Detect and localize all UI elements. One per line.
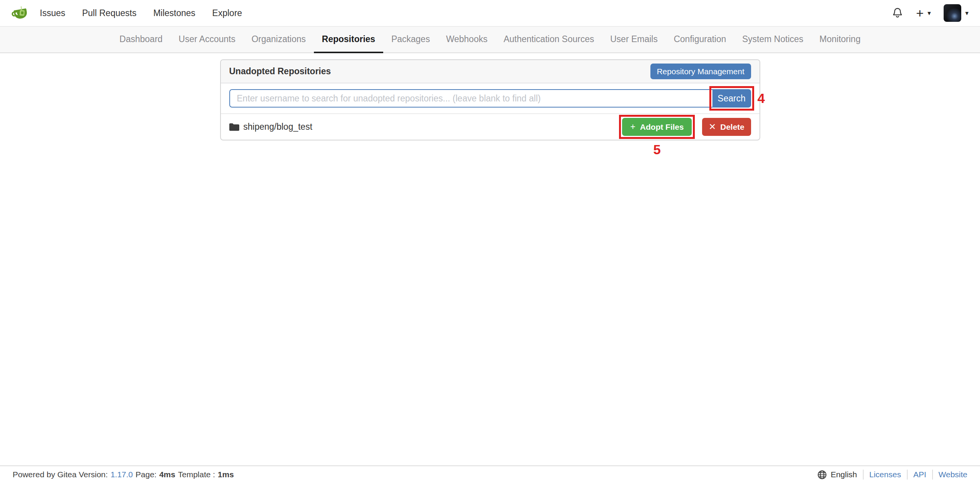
unadopted-repositories-panel: Unadopted Repositories Repository Manage… xyxy=(220,59,760,140)
version-link[interactable]: 1.17.0 xyxy=(111,470,133,479)
main-content: Unadopted Repositories Repository Manage… xyxy=(0,59,980,140)
adopt-files-label: Adopt Files xyxy=(640,122,684,132)
tab-organizations[interactable]: Organizations xyxy=(243,27,314,53)
nav-pull-requests[interactable]: Pull Requests xyxy=(74,0,145,26)
delete-button[interactable]: ✕ Delete xyxy=(702,118,751,136)
page-time-value: 4ms xyxy=(159,470,175,479)
adopt-files-button[interactable]: + Adopt Files xyxy=(622,118,692,136)
panel-header: Unadopted Repositories Repository Manage… xyxy=(221,60,760,83)
main-nav: Issues Pull Requests Milestones Explore xyxy=(31,0,250,26)
repo-info: shipeng/blog_test xyxy=(229,122,312,132)
language-label: English xyxy=(831,470,857,479)
nav-issues[interactable]: Issues xyxy=(31,0,74,26)
tab-monitoring[interactable]: Monitoring xyxy=(812,27,869,53)
annotation-step-4: 4 xyxy=(758,91,765,106)
page-time-label: Page: xyxy=(136,470,157,479)
tab-dashboard[interactable]: Dashboard xyxy=(111,27,171,53)
user-menu[interactable]: ▾ xyxy=(944,4,969,22)
tab-webhooks[interactable]: Webhooks xyxy=(438,27,495,53)
tab-user-emails[interactable]: User Emails xyxy=(602,27,666,53)
tab-packages[interactable]: Packages xyxy=(383,27,438,53)
repo-actions: + Adopt Files 5 ✕ Delete xyxy=(622,118,751,136)
template-time-value: 1ms xyxy=(218,470,234,479)
tab-configuration[interactable]: Configuration xyxy=(666,27,734,53)
footer-powered-by: Powered by Gitea Version: 1.17.0 Page: 4… xyxy=(13,470,234,479)
admin-tabs-bar: Dashboard User Accounts Organizations Re… xyxy=(0,26,980,53)
chevron-down-icon: ▾ xyxy=(965,10,969,16)
footer-link-licenses[interactable]: Licenses xyxy=(869,470,901,479)
footer-divider xyxy=(932,470,933,480)
repo-name: shipeng/blog_test xyxy=(243,122,312,132)
nav-explore[interactable]: Explore xyxy=(204,0,250,26)
create-new-dropdown[interactable]: + ▾ xyxy=(916,7,931,20)
plus-icon: + xyxy=(630,122,635,131)
navbar-right-cluster: + ▾ ▾ xyxy=(892,4,969,22)
annotation-step-5: 5 xyxy=(653,142,661,157)
avatar xyxy=(944,4,961,22)
delete-label: Delete xyxy=(720,122,744,132)
search-input[interactable] xyxy=(229,89,712,108)
footer-divider xyxy=(907,470,908,480)
folder-icon xyxy=(229,122,239,132)
close-icon: ✕ xyxy=(709,122,716,131)
tab-authentication-sources[interactable]: Authentication Sources xyxy=(495,27,602,53)
footer-link-website[interactable]: Website xyxy=(939,470,967,479)
plus-icon: + xyxy=(916,7,924,20)
globe-icon xyxy=(817,470,827,480)
search-button[interactable]: Search xyxy=(712,89,751,108)
gitea-logo-icon[interactable] xyxy=(11,4,29,22)
footer: Powered by Gitea Version: 1.17.0 Page: 4… xyxy=(0,465,980,483)
top-navbar: Issues Pull Requests Milestones Explore … xyxy=(0,0,980,26)
search-button-wrapper: Search 4 xyxy=(712,89,751,108)
footer-divider xyxy=(863,470,864,480)
page-title: Unadopted Repositories xyxy=(229,66,331,77)
nav-milestones[interactable]: Milestones xyxy=(145,0,204,26)
repository-management-button[interactable]: Repository Management xyxy=(650,64,751,79)
tab-repositories[interactable]: Repositories xyxy=(314,27,383,53)
notifications-bell-icon[interactable] xyxy=(892,7,903,19)
search-section: Search 4 xyxy=(221,83,760,113)
tab-user-accounts[interactable]: User Accounts xyxy=(171,27,243,53)
template-time-label: Template : xyxy=(178,470,215,479)
footer-link-api[interactable]: API xyxy=(913,470,926,479)
chevron-down-icon: ▾ xyxy=(928,10,931,16)
repo-row: shipeng/blog_test + Adopt Files 5 ✕ Dele… xyxy=(221,113,760,140)
language-selector[interactable]: English xyxy=(817,470,857,480)
footer-links: English Licenses API Website xyxy=(817,470,967,480)
adopt-button-wrapper: + Adopt Files 5 xyxy=(622,118,692,136)
tab-system-notices[interactable]: System Notices xyxy=(734,27,812,53)
powered-by-text: Powered by Gitea Version: xyxy=(13,470,108,479)
